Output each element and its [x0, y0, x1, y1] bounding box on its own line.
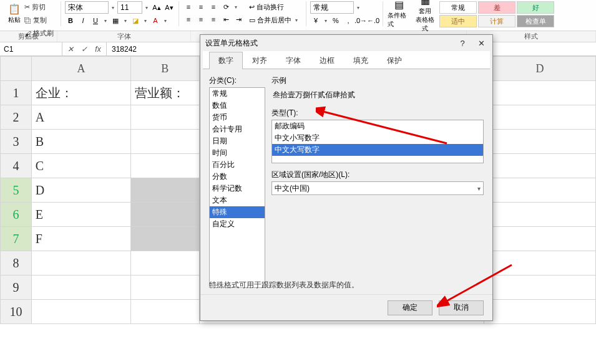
type-item-cn-upper[interactable]: 中文大写数字: [272, 144, 483, 156]
cell[interactable]: D: [31, 178, 130, 203]
increase-decimal-button[interactable]: .0→: [355, 15, 366, 26]
cancel-button[interactable]: 取消: [439, 300, 484, 315]
table-format-button[interactable]: ▦ 套用 表格格式: [413, 1, 437, 26]
ok-button[interactable]: 确定: [388, 300, 432, 315]
cell[interactable]: [31, 251, 130, 275]
cell[interactable]: E: [31, 203, 130, 227]
cell[interactable]: [131, 105, 200, 130]
align-left-button[interactable]: ≡: [183, 14, 194, 25]
dialog-close-button[interactable]: ✕: [475, 39, 487, 48]
bold-button[interactable]: B: [65, 15, 76, 26]
type-item-cn-lower[interactable]: 中文小写数字: [272, 132, 483, 144]
row-header[interactable]: 2: [1, 105, 32, 130]
italic-button[interactable]: I: [77, 15, 89, 26]
dialog-titlebar[interactable]: 设置单元格格式 ? ✕: [200, 35, 492, 51]
row-header[interactable]: 7: [1, 227, 32, 251]
tab-fill[interactable]: 填充: [344, 52, 378, 69]
cell[interactable]: 营业额：: [131, 81, 200, 105]
dialog-help-button[interactable]: ?: [456, 39, 469, 48]
merge-center-button[interactable]: ▭ 合并后居中 ▾: [247, 14, 302, 26]
name-box[interactable]: C1: [0, 42, 62, 55]
increase-font-button[interactable]: A▴: [151, 2, 162, 13]
chevron-down-icon[interactable]: ▾: [102, 18, 109, 24]
row-header[interactable]: 9: [1, 275, 32, 300]
cell[interactable]: [31, 275, 130, 300]
cell[interactable]: [131, 300, 200, 324]
category-item-currency[interactable]: 货币: [210, 112, 265, 123]
category-item-percentage[interactable]: 百分比: [210, 159, 265, 171]
chevron-down-icon[interactable]: ▾: [355, 5, 361, 11]
row-header[interactable]: 8: [1, 251, 32, 275]
cell[interactable]: [484, 130, 596, 154]
conditional-format-button[interactable]: ▤ 条件格式: [387, 1, 411, 26]
chevron-down-icon[interactable]: ▾: [233, 4, 239, 10]
wrap-text-button[interactable]: ↩ 自动换行: [247, 1, 302, 13]
cell-style-bad[interactable]: 差: [478, 1, 515, 14]
chevron-down-icon[interactable]: ▾: [323, 18, 329, 24]
category-list[interactable]: 常规 数值 货币 会计专用 日期 时间 百分比 分数 科学记数 文本 特殊 自定…: [209, 87, 265, 288]
cell[interactable]: [484, 105, 596, 130]
align-top-button[interactable]: ≡: [183, 1, 194, 12]
cell[interactable]: [484, 178, 596, 203]
category-item-accounting[interactable]: 会计专用: [210, 123, 265, 135]
cell[interactable]: [484, 154, 596, 178]
cell[interactable]: [131, 203, 200, 227]
cell[interactable]: A: [31, 105, 130, 130]
type-item-postal[interactable]: 邮政编码: [272, 120, 483, 132]
confirm-edit-icon[interactable]: ✓: [79, 44, 90, 55]
category-item-general[interactable]: 常规: [210, 88, 265, 100]
row-header[interactable]: 4: [1, 154, 32, 178]
chevron-down-icon[interactable]: ▾: [144, 5, 150, 11]
cell[interactable]: [484, 81, 596, 105]
cell[interactable]: [484, 251, 596, 275]
font-color-button[interactable]: A: [150, 15, 161, 26]
row-header[interactable]: 1: [1, 81, 32, 105]
align-middle-button[interactable]: ≡: [195, 1, 207, 12]
category-item-date[interactable]: 日期: [210, 135, 265, 147]
cell[interactable]: C: [31, 154, 130, 178]
tab-font[interactable]: 字体: [276, 52, 310, 69]
cell[interactable]: [131, 227, 200, 251]
cell[interactable]: [131, 178, 200, 203]
category-item-scientific[interactable]: 科学记数: [210, 183, 265, 194]
chevron-down-icon[interactable]: ▾: [110, 5, 116, 11]
cell[interactable]: [131, 251, 200, 275]
tab-border[interactable]: 边框: [310, 52, 344, 69]
currency-button[interactable]: ¥: [310, 15, 321, 26]
category-item-text[interactable]: 文本: [210, 194, 265, 206]
align-center-button[interactable]: ≡: [195, 14, 207, 25]
border-button[interactable]: ▦: [110, 15, 121, 26]
cell[interactable]: [131, 130, 200, 154]
number-format-input[interactable]: [310, 1, 354, 14]
locale-select[interactable]: 中文(中国) ▾: [271, 181, 484, 195]
increase-indent-button[interactable]: ⇥: [233, 14, 244, 25]
category-item-number[interactable]: 数值: [210, 100, 265, 112]
category-item-special[interactable]: 特殊: [210, 206, 265, 218]
category-item-fraction[interactable]: 分数: [210, 171, 265, 183]
align-bottom-button[interactable]: ≡: [208, 1, 219, 12]
fill-color-button[interactable]: ◪: [130, 15, 141, 26]
tab-number[interactable]: 数字: [209, 52, 243, 69]
col-header[interactable]: A: [31, 57, 130, 81]
cell[interactable]: 企业：: [31, 81, 130, 105]
tab-alignment[interactable]: 对齐: [243, 52, 276, 69]
align-right-button[interactable]: ≡: [208, 14, 219, 25]
fx-icon[interactable]: fx: [92, 44, 104, 55]
row-header[interactable]: 3: [1, 130, 32, 154]
cell[interactable]: B: [31, 130, 130, 154]
cell-style-check[interactable]: 检查单: [517, 15, 554, 27]
cancel-edit-icon[interactable]: ✕: [65, 44, 76, 55]
cell-style-normal[interactable]: 常规: [439, 1, 477, 14]
row-header[interactable]: 10: [1, 300, 32, 324]
chevron-down-icon[interactable]: ▾: [122, 18, 129, 24]
chevron-down-icon[interactable]: ▾: [162, 18, 169, 24]
row-header[interactable]: 6: [1, 203, 32, 227]
percent-button[interactable]: %: [330, 15, 341, 26]
category-item-custom[interactable]: 自定义: [210, 218, 265, 230]
cell[interactable]: F: [31, 227, 130, 251]
decrease-decimal-button[interactable]: ←.0: [368, 15, 379, 26]
row-header[interactable]: 5: [1, 178, 32, 203]
decrease-indent-button[interactable]: ⇤: [220, 14, 232, 25]
cell-style-neutral[interactable]: 适中: [439, 15, 477, 27]
cut-button[interactable]: ✂ 剪切: [21, 1, 57, 13]
